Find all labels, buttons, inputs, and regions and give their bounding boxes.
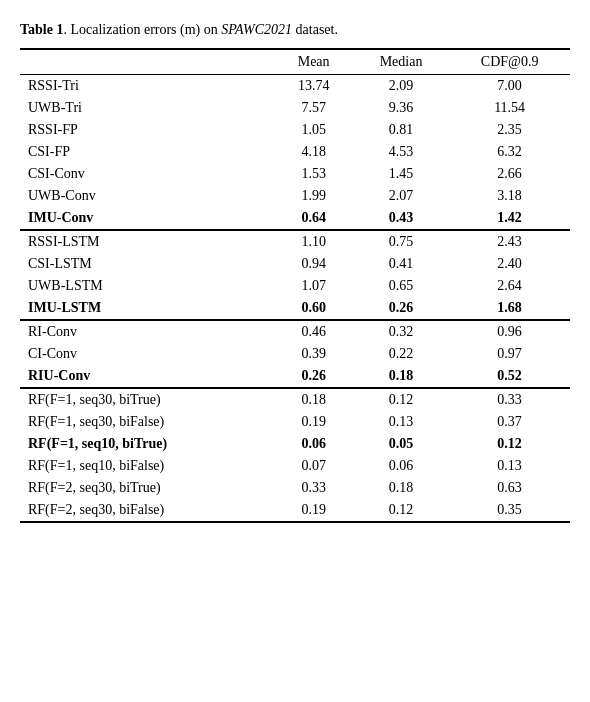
table-row: RI-Conv0.460.320.96 (20, 320, 570, 343)
table-row: CSI-Conv1.531.452.66 (20, 163, 570, 185)
row-mean: 0.19 (274, 499, 353, 522)
row-label: CSI-Conv (20, 163, 274, 185)
table-row: UWB-LSTM1.070.652.64 (20, 275, 570, 297)
table-row: CSI-LSTM0.940.412.40 (20, 253, 570, 275)
row-mean: 1.07 (274, 275, 353, 297)
col-header-cdf: CDF@0.9 (449, 49, 570, 75)
row-median: 0.65 (353, 275, 449, 297)
row-cdf: 2.35 (449, 119, 570, 141)
row-median: 1.45 (353, 163, 449, 185)
row-mean: 0.39 (274, 343, 353, 365)
title-text: . Localization errors (m) on (63, 22, 221, 37)
row-cdf: 0.33 (449, 388, 570, 411)
row-cdf: 6.32 (449, 141, 570, 163)
row-label: RF(F=2, seq30, biTrue) (20, 477, 274, 499)
table-container: Table 1. Localization errors (m) on SPAW… (20, 20, 570, 523)
row-label: RSSI-LSTM (20, 230, 274, 253)
row-label: RSSI-FP (20, 119, 274, 141)
row-mean: 1.99 (274, 185, 353, 207)
row-label: RI-Conv (20, 320, 274, 343)
row-median: 0.32 (353, 320, 449, 343)
row-label: RIU-Conv (20, 365, 274, 388)
table-row: RF(F=1, seq10, biFalse)0.070.060.13 (20, 455, 570, 477)
row-cdf: 0.13 (449, 455, 570, 477)
row-median: 0.22 (353, 343, 449, 365)
table-row: UWB-Tri7.579.3611.54 (20, 97, 570, 119)
row-mean: 0.26 (274, 365, 353, 388)
row-mean: 13.74 (274, 74, 353, 97)
row-cdf: 0.12 (449, 433, 570, 455)
col-header-median: Median (353, 49, 449, 75)
title-suffix: dataset. (292, 22, 338, 37)
table-title: Table 1. Localization errors (m) on SPAW… (20, 20, 570, 40)
row-mean: 1.10 (274, 230, 353, 253)
row-median: 0.18 (353, 477, 449, 499)
row-median: 0.13 (353, 411, 449, 433)
table-label: Table 1 (20, 22, 63, 37)
row-median: 0.81 (353, 119, 449, 141)
row-cdf: 0.37 (449, 411, 570, 433)
row-label: CSI-LSTM (20, 253, 274, 275)
row-label: RF(F=1, seq30, biFalse) (20, 411, 274, 433)
row-label: RF(F=1, seq10, biFalse) (20, 455, 274, 477)
row-mean: 0.18 (274, 388, 353, 411)
row-median: 4.53 (353, 141, 449, 163)
row-mean: 0.07 (274, 455, 353, 477)
row-mean: 0.60 (274, 297, 353, 320)
data-table: Mean Median CDF@0.9 RSSI-Tri13.742.097.0… (20, 48, 570, 523)
row-label: CSI-FP (20, 141, 274, 163)
row-median: 0.75 (353, 230, 449, 253)
col-header-mean: Mean (274, 49, 353, 75)
table-row: RF(F=1, seq30, biFalse)0.190.130.37 (20, 411, 570, 433)
row-mean: 0.64 (274, 207, 353, 230)
row-cdf: 3.18 (449, 185, 570, 207)
row-median: 0.43 (353, 207, 449, 230)
row-median: 0.05 (353, 433, 449, 455)
table-row: IMU-LSTM0.600.261.68 (20, 297, 570, 320)
row-cdf: 7.00 (449, 74, 570, 97)
table-row: RF(F=2, seq30, biTrue)0.330.180.63 (20, 477, 570, 499)
row-median: 0.26 (353, 297, 449, 320)
row-cdf: 0.96 (449, 320, 570, 343)
table-row: RIU-Conv0.260.180.52 (20, 365, 570, 388)
row-mean: 1.53 (274, 163, 353, 185)
row-label: UWB-Conv (20, 185, 274, 207)
row-cdf: 2.43 (449, 230, 570, 253)
row-median: 0.12 (353, 499, 449, 522)
table-row: RF(F=1, seq10, biTrue)0.060.050.12 (20, 433, 570, 455)
row-cdf: 0.63 (449, 477, 570, 499)
row-label: RF(F=1, seq30, biTrue) (20, 388, 274, 411)
table-row: RF(F=2, seq30, biFalse)0.190.120.35 (20, 499, 570, 522)
table-row: RSSI-FP1.050.812.35 (20, 119, 570, 141)
row-median: 0.06 (353, 455, 449, 477)
col-header-name (20, 49, 274, 75)
row-mean: 0.06 (274, 433, 353, 455)
table-row: RSSI-LSTM1.100.752.43 (20, 230, 570, 253)
row-cdf: 0.97 (449, 343, 570, 365)
table-row: IMU-Conv0.640.431.42 (20, 207, 570, 230)
row-median: 0.18 (353, 365, 449, 388)
row-median: 0.12 (353, 388, 449, 411)
row-median: 0.41 (353, 253, 449, 275)
table-row: RF(F=1, seq30, biTrue)0.180.120.33 (20, 388, 570, 411)
row-label: IMU-LSTM (20, 297, 274, 320)
row-mean: 7.57 (274, 97, 353, 119)
row-cdf: 11.54 (449, 97, 570, 119)
row-label: RF(F=2, seq30, biFalse) (20, 499, 274, 522)
row-median: 9.36 (353, 97, 449, 119)
table-row: UWB-Conv1.992.073.18 (20, 185, 570, 207)
row-cdf: 2.64 (449, 275, 570, 297)
row-label: CI-Conv (20, 343, 274, 365)
table-row: RSSI-Tri13.742.097.00 (20, 74, 570, 97)
row-mean: 0.94 (274, 253, 353, 275)
row-cdf: 2.66 (449, 163, 570, 185)
row-mean: 1.05 (274, 119, 353, 141)
row-cdf: 0.52 (449, 365, 570, 388)
row-mean: 0.19 (274, 411, 353, 433)
title-italic: SPAWC2021 (221, 22, 292, 37)
row-cdf: 1.42 (449, 207, 570, 230)
row-cdf: 2.40 (449, 253, 570, 275)
row-mean: 0.33 (274, 477, 353, 499)
row-cdf: 1.68 (449, 297, 570, 320)
row-median: 2.07 (353, 185, 449, 207)
